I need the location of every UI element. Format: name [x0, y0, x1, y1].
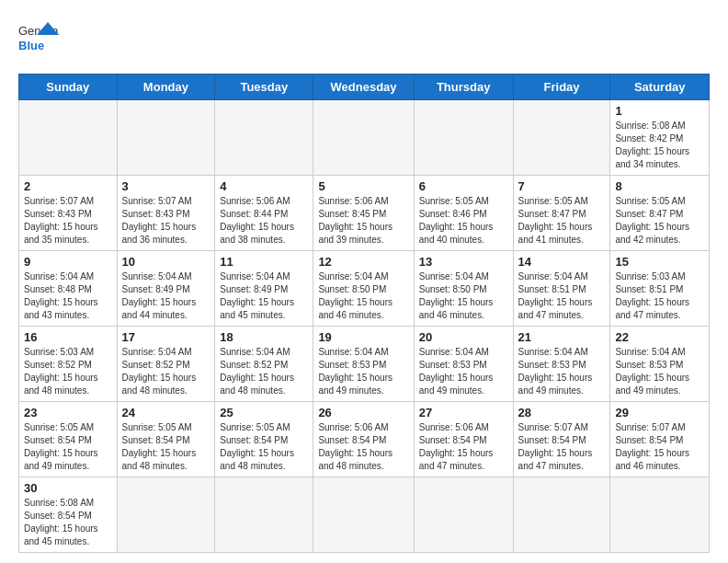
day-info: Sunrise: 5:07 AMSunset: 8:54 PMDaylight:… — [615, 421, 704, 473]
calendar-cell: 30Sunrise: 5:08 AMSunset: 8:54 PMDayligh… — [19, 477, 118, 553]
day-number: 17 — [122, 330, 210, 344]
day-info: Sunrise: 5:04 AMSunset: 8:49 PMDaylight:… — [122, 270, 210, 322]
day-number: 8 — [615, 179, 704, 193]
day-info: Sunrise: 5:04 AMSunset: 8:51 PMDaylight:… — [518, 270, 606, 322]
day-number: 11 — [220, 255, 308, 269]
col-header-wednesday: Wednesday — [313, 75, 414, 100]
day-info: Sunrise: 5:05 AMSunset: 8:47 PMDaylight:… — [615, 195, 704, 247]
calendar-cell — [414, 477, 513, 553]
page-header: General Blue — [18, 18, 710, 59]
day-info: Sunrise: 5:06 AMSunset: 8:44 PMDaylight:… — [220, 195, 308, 247]
day-info: Sunrise: 5:07 AMSunset: 8:54 PMDaylight:… — [518, 421, 606, 473]
day-info: Sunrise: 5:04 AMSunset: 8:53 PMDaylight:… — [615, 346, 704, 397]
logo-graphic: General Blue — [18, 18, 59, 59]
col-header-friday: Friday — [513, 75, 610, 100]
col-header-sunday: Sunday — [19, 75, 118, 100]
logo-container: General Blue — [18, 18, 59, 59]
calendar-cell — [513, 100, 610, 176]
calendar-cell: 13Sunrise: 5:04 AMSunset: 8:50 PMDayligh… — [414, 251, 513, 327]
day-info: Sunrise: 5:04 AMSunset: 8:50 PMDaylight:… — [419, 270, 508, 322]
calendar-cell: 28Sunrise: 5:07 AMSunset: 8:54 PMDayligh… — [513, 402, 610, 477]
calendar-table: SundayMondayTuesdayWednesdayThursdayFrid… — [18, 74, 710, 553]
calendar-week-row: 23Sunrise: 5:05 AMSunset: 8:54 PMDayligh… — [19, 402, 710, 477]
calendar-cell: 8Sunrise: 5:05 AMSunset: 8:47 PMDaylight… — [610, 176, 710, 251]
day-number: 15 — [615, 255, 704, 269]
calendar-cell — [215, 100, 313, 176]
col-header-tuesday: Tuesday — [215, 75, 313, 100]
day-info: Sunrise: 5:05 AMSunset: 8:54 PMDaylight:… — [122, 421, 210, 473]
calendar-cell — [414, 100, 513, 176]
day-info: Sunrise: 5:04 AMSunset: 8:53 PMDaylight:… — [419, 346, 508, 397]
day-info: Sunrise: 5:04 AMSunset: 8:52 PMDaylight:… — [220, 346, 308, 397]
day-number: 6 — [419, 179, 508, 193]
calendar-cell: 3Sunrise: 5:07 AMSunset: 8:43 PMDaylight… — [117, 176, 215, 251]
day-number: 4 — [220, 179, 308, 193]
day-number: 20 — [419, 330, 508, 344]
day-number: 26 — [318, 406, 408, 419]
day-number: 21 — [518, 330, 606, 344]
day-number: 13 — [419, 255, 508, 269]
calendar-week-row: 30Sunrise: 5:08 AMSunset: 8:54 PMDayligh… — [19, 477, 710, 553]
day-info: Sunrise: 5:04 AMSunset: 8:53 PMDaylight:… — [518, 346, 606, 397]
calendar-cell: 19Sunrise: 5:04 AMSunset: 8:53 PMDayligh… — [313, 327, 414, 402]
day-info: Sunrise: 5:07 AMSunset: 8:43 PMDaylight:… — [24, 195, 112, 247]
calendar-cell: 11Sunrise: 5:04 AMSunset: 8:49 PMDayligh… — [215, 251, 313, 327]
calendar-cell: 24Sunrise: 5:05 AMSunset: 8:54 PMDayligh… — [117, 402, 215, 477]
calendar-cell: 10Sunrise: 5:04 AMSunset: 8:49 PMDayligh… — [117, 251, 215, 327]
calendar-cell: 26Sunrise: 5:06 AMSunset: 8:54 PMDayligh… — [313, 402, 414, 477]
day-number: 24 — [122, 406, 210, 419]
calendar-cell: 27Sunrise: 5:06 AMSunset: 8:54 PMDayligh… — [414, 402, 513, 477]
day-number: 19 — [318, 330, 408, 344]
day-info: Sunrise: 5:06 AMSunset: 8:54 PMDaylight:… — [318, 421, 408, 473]
day-info: Sunrise: 5:05 AMSunset: 8:47 PMDaylight:… — [518, 195, 606, 247]
calendar-cell: 14Sunrise: 5:04 AMSunset: 8:51 PMDayligh… — [513, 251, 610, 327]
day-number: 23 — [24, 406, 112, 419]
day-number: 14 — [518, 255, 606, 269]
day-number: 29 — [615, 406, 704, 419]
calendar-cell — [19, 100, 118, 176]
calendar-cell — [610, 477, 710, 553]
day-number: 10 — [122, 255, 210, 269]
day-number: 16 — [24, 330, 112, 344]
day-number: 22 — [615, 330, 704, 344]
day-number: 18 — [220, 330, 308, 344]
calendar-cell — [215, 477, 313, 553]
day-number: 3 — [122, 179, 210, 193]
calendar-week-row: 2Sunrise: 5:07 AMSunset: 8:43 PMDaylight… — [19, 176, 710, 251]
day-number: 27 — [419, 406, 508, 419]
day-info: Sunrise: 5:06 AMSunset: 8:54 PMDaylight:… — [419, 421, 508, 473]
calendar-cell: 17Sunrise: 5:04 AMSunset: 8:52 PMDayligh… — [117, 327, 215, 402]
calendar-cell: 23Sunrise: 5:05 AMSunset: 8:54 PMDayligh… — [19, 402, 118, 477]
day-info: Sunrise: 5:04 AMSunset: 8:48 PMDaylight:… — [24, 270, 112, 322]
day-number: 28 — [518, 406, 606, 419]
calendar-cell: 12Sunrise: 5:04 AMSunset: 8:50 PMDayligh… — [313, 251, 414, 327]
calendar-cell: 1Sunrise: 5:08 AMSunset: 8:42 PMDaylight… — [610, 100, 710, 176]
day-info: Sunrise: 5:03 AMSunset: 8:51 PMDaylight:… — [615, 270, 704, 322]
day-number: 1 — [615, 104, 704, 118]
calendar-cell: 29Sunrise: 5:07 AMSunset: 8:54 PMDayligh… — [610, 402, 710, 477]
day-info: Sunrise: 5:05 AMSunset: 8:54 PMDaylight:… — [220, 421, 308, 473]
calendar-cell: 20Sunrise: 5:04 AMSunset: 8:53 PMDayligh… — [414, 327, 513, 402]
day-number: 12 — [318, 255, 408, 269]
calendar-cell: 15Sunrise: 5:03 AMSunset: 8:51 PMDayligh… — [610, 251, 710, 327]
day-number: 7 — [518, 179, 606, 193]
day-number: 5 — [318, 179, 408, 193]
calendar-cell — [117, 100, 215, 176]
calendar-cell: 6Sunrise: 5:05 AMSunset: 8:46 PMDaylight… — [414, 176, 513, 251]
calendar-cell: 9Sunrise: 5:04 AMSunset: 8:48 PMDaylight… — [19, 251, 118, 327]
calendar-cell: 2Sunrise: 5:07 AMSunset: 8:43 PMDaylight… — [19, 176, 118, 251]
calendar-cell: 22Sunrise: 5:04 AMSunset: 8:53 PMDayligh… — [610, 327, 710, 402]
day-number: 9 — [24, 255, 112, 269]
day-info: Sunrise: 5:06 AMSunset: 8:45 PMDaylight:… — [318, 195, 408, 247]
day-info: Sunrise: 5:03 AMSunset: 8:52 PMDaylight:… — [24, 346, 112, 397]
day-info: Sunrise: 5:04 AMSunset: 8:49 PMDaylight:… — [220, 270, 308, 322]
day-info: Sunrise: 5:08 AMSunset: 8:54 PMDaylight:… — [24, 497, 112, 548]
calendar-cell — [117, 477, 215, 553]
day-info: Sunrise: 5:04 AMSunset: 8:53 PMDaylight:… — [318, 346, 408, 397]
calendar-cell: 18Sunrise: 5:04 AMSunset: 8:52 PMDayligh… — [215, 327, 313, 402]
svg-text:Blue: Blue — [18, 39, 44, 52]
day-info: Sunrise: 5:04 AMSunset: 8:50 PMDaylight:… — [318, 270, 408, 322]
day-number: 30 — [24, 481, 112, 495]
calendar-cell: 16Sunrise: 5:03 AMSunset: 8:52 PMDayligh… — [19, 327, 118, 402]
calendar-week-row: 16Sunrise: 5:03 AMSunset: 8:52 PMDayligh… — [19, 327, 710, 402]
